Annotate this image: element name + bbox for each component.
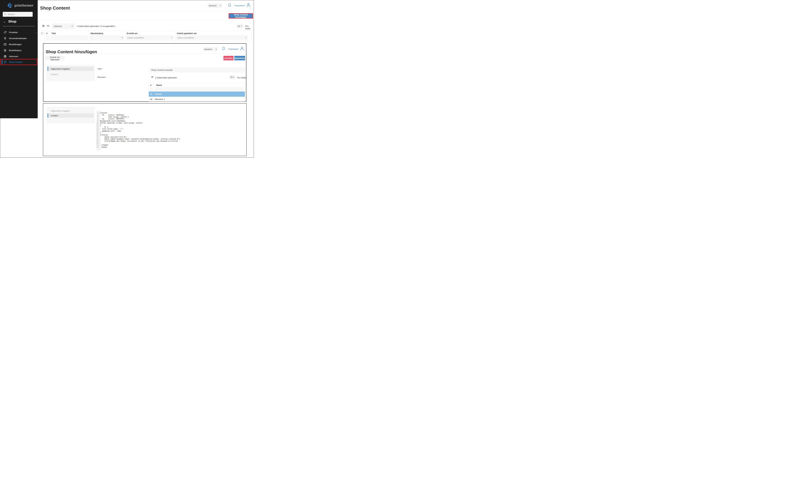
panel-tab-content[interactable]: Content	[48, 113, 94, 118]
dialog-language-select[interactable]: Deutsch ▲▼	[203, 47, 218, 51]
back-arrow-icon: ←	[3, 20, 6, 23]
tab-label: Content	[51, 114, 58, 117]
sidebar-item-label: Adressen	[9, 55, 18, 58]
printformer-logo-icon	[7, 2, 13, 9]
sidebar-item-label: Bestellstatus	[9, 49, 21, 52]
name-filter-input[interactable]	[155, 87, 244, 92]
tab-label: Allgemeine Angaben	[51, 68, 70, 70]
table-settings-gear-icon[interactable]: ⚙	[151, 76, 153, 79]
result-count-text: 2 Datensätze gefunden	[155, 76, 177, 79]
column-divider	[175, 31, 175, 43]
code-line: 18 <meta name="example-shop" content="wi…	[96, 138, 180, 140]
refresh-icon[interactable]: ↻	[46, 24, 50, 28]
actions-label: Aktionen	[54, 25, 62, 27]
tab-label: Allgemeine Angaben	[51, 110, 70, 112]
column-header-mandant[interactable]: Mandant(en)	[91, 32, 103, 35]
titel-filter-input[interactable]	[51, 35, 88, 40]
code-line: 16</style>	[96, 134, 180, 136]
logo[interactable]: printformer	[7, 2, 33, 9]
logo-text: printformer	[14, 4, 33, 7]
titel-label: Titel *	[97, 68, 103, 70]
sidebar-item-versandmethoden[interactable]: Versandmethoden	[0, 36, 38, 41]
code-line: 9background-color:#1254a2;	[96, 120, 180, 122]
add-shop-content-button[interactable]: Shop Content hinzufügen	[229, 14, 253, 18]
back-label: Shop	[8, 20, 16, 23]
sidebar-item-bestellungen[interactable]: Bestellungen	[0, 42, 38, 47]
column-header-id[interactable]: #	[150, 84, 151, 86]
per-page-label: Pro Seite	[245, 25, 254, 30]
user-name[interactable]: Franziska	[235, 4, 244, 7]
dialog-tab-content[interactable]: Content	[48, 72, 94, 76]
sidebar-search[interactable]	[3, 12, 33, 17]
id-filter-input[interactable]	[149, 87, 153, 92]
language-select[interactable]: Deutsch ▲▼	[208, 3, 222, 8]
select-all-checkbox[interactable]	[41, 32, 43, 35]
clear-filter-icon[interactable]: ×	[171, 36, 172, 39]
sort-descending-icon[interactable]: ↓	[138, 32, 139, 35]
page-size-select[interactable]: 25 ▲▼	[236, 24, 243, 28]
panel-nav: Allgemeine Angaben Content	[46, 107, 95, 123]
search-input[interactable]	[7, 13, 28, 16]
location-pin-icon	[3, 37, 7, 40]
tag-icon	[3, 31, 7, 34]
code-line: 10letter-spacing: 0.3em; text-align: cen…	[96, 122, 180, 124]
user-caret-icon[interactable]: ▼	[238, 48, 239, 50]
notifications-bell-icon[interactable]	[222, 47, 226, 51]
mandant-row-default[interactable]: 40 Default	[149, 92, 245, 97]
globe-icon	[3, 55, 7, 58]
mandant-row-mandant1[interactable]: 46 Mandant 1	[149, 97, 245, 102]
sidebar-item-adressen[interactable]: Adressen	[0, 54, 38, 59]
section-divider	[40, 20, 253, 20]
delete-button[interactable]: Löschen	[224, 56, 234, 60]
page-size-value: 25	[238, 25, 240, 27]
column-divider	[89, 31, 89, 43]
per-page-label: Pro Seite	[237, 76, 246, 79]
mandant-filter-select[interactable]: - ▲▼	[90, 35, 124, 40]
page-size-select[interactable]: 25 ▲▼	[229, 75, 236, 79]
erstellt-date-filter[interactable]: Datum auswählen ×	[126, 35, 174, 40]
annotation-box-shop-content	[0, 59, 37, 65]
sidebar: printformer ← Shop Produkte ‹ Versandmet…	[0, 0, 38, 118]
shop-content-table: # Titel Mandant(en) Erstellt am↓ Zuletzt…	[40, 31, 252, 43]
save-button[interactable]: Speichern	[234, 56, 245, 60]
code-line: 14 padding-left: .5em;	[96, 130, 180, 132]
dialog-title: Shop Content hinzufügen	[46, 49, 97, 54]
column-header-titel[interactable]: Titel	[51, 32, 56, 35]
column-header-erstellt[interactable]: Erstellt am↓	[127, 32, 139, 35]
sidebar-divider	[3, 26, 35, 26]
updown-arrows-icon: ▲▼	[241, 25, 242, 27]
panel-tab-allgemeine-angaben[interactable]: Allgemeine Angaben	[48, 109, 94, 113]
code-line: 22 <body>	[96, 146, 180, 148]
column-header-name[interactable]: Name	[156, 84, 162, 86]
chevron-left-icon[interactable]: ‹	[35, 31, 36, 34]
actions-dropdown[interactable]: Aktionen ▼	[52, 23, 75, 29]
user-name[interactable]: Franziska	[228, 48, 238, 50]
clear-filter-icon[interactable]: ×	[245, 36, 247, 39]
updown-arrows-icon: ▲▼	[122, 37, 123, 38]
sidebar-back[interactable]: ← Shop	[3, 20, 16, 23]
row-id: 46	[149, 98, 153, 100]
app-window: printformer ← Shop Produkte ‹ Versandmet…	[0, 0, 254, 158]
updown-arrows-icon: ▲▼	[220, 5, 221, 6]
column-header-geaendert[interactable]: Zuletzt geändert am	[177, 32, 197, 35]
sliders-icon	[3, 49, 7, 52]
dropdown-caret-icon: ▼	[71, 25, 73, 27]
dialog-tab-allgemeine-angaben[interactable]: Allgemeine Angaben	[48, 67, 94, 71]
code-editor[interactable]: 5<style> 6 h1 {color: #1254a2; 7 text-al…	[96, 112, 180, 148]
user-avatar-icon[interactable]	[246, 2, 251, 8]
titel-input[interactable]	[149, 67, 245, 73]
table-settings-gear-icon[interactable]: ⚙	[42, 24, 45, 28]
user-caret-icon[interactable]: ▼	[244, 5, 245, 6]
code-line: 8 h2 {color: #FFFFFF;	[96, 118, 180, 120]
sidebar-item-label: Bestellungen	[9, 43, 22, 46]
sidebar-item-produkte[interactable]: Produkte ‹	[0, 30, 38, 35]
column-header-id[interactable]: #	[46, 32, 47, 35]
notifications-bell-icon[interactable]	[228, 3, 232, 8]
id-filter-input[interactable]	[45, 35, 49, 40]
mandant-label: Mandant	[97, 76, 106, 78]
geaendert-date-filter[interactable]: Datum auswählen ×	[176, 35, 248, 40]
back-to-overview-button[interactable]: Zurück zur Übersicht	[45, 56, 64, 60]
search-icon	[4, 13, 6, 15]
user-avatar-icon[interactable]	[240, 46, 244, 51]
sidebar-item-bestellstatus[interactable]: Bestellstatus	[0, 48, 38, 53]
